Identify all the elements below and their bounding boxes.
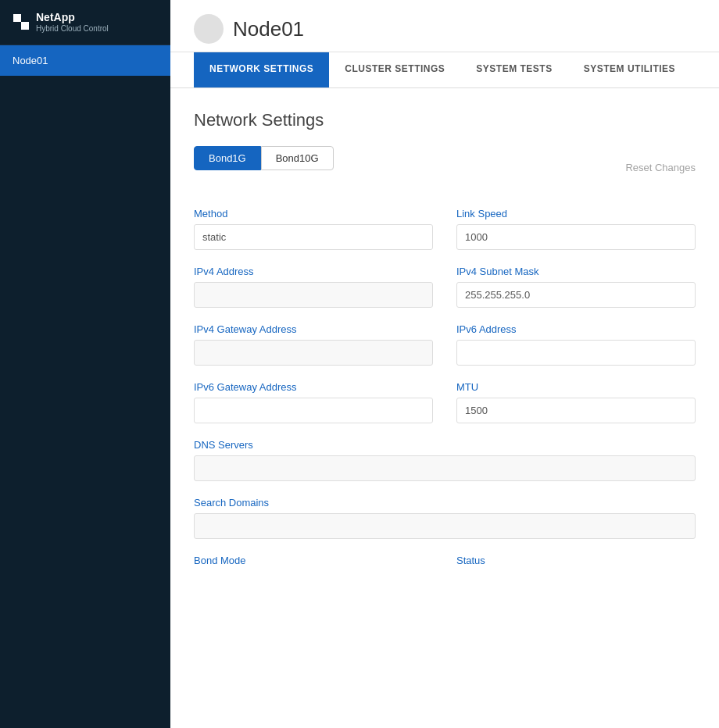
logo-subtitle: Hybrid Cloud Control bbox=[36, 24, 109, 34]
method-label: Method bbox=[194, 208, 433, 219]
mtu-label: MTU bbox=[456, 381, 696, 393]
search-domains-input[interactable] bbox=[194, 513, 696, 539]
status-label: Status bbox=[456, 555, 696, 566]
ipv4-gateway-label: IPv4 Gateway Address bbox=[194, 323, 433, 335]
sidebar-item-node01[interactable]: Node01 bbox=[0, 45, 170, 76]
logo-text: NetApp Hybrid Cloud Control bbox=[36, 11, 109, 34]
ipv6-gateway-input[interactable] bbox=[194, 398, 433, 423]
tab-bar: NETWORK SETTINGS CLUSTER SETTINGS SYSTEM… bbox=[170, 52, 719, 88]
reset-changes-link[interactable]: Reset Changes bbox=[625, 162, 696, 173]
page-title: Node01 bbox=[233, 17, 304, 41]
ipv6-address-label: IPv6 Address bbox=[456, 323, 696, 335]
bond-mode-label: Bond Mode bbox=[194, 555, 433, 566]
bond-tab-bond1g[interactable]: Bond1G bbox=[194, 146, 261, 170]
field-link-speed: Link Speed bbox=[456, 208, 696, 250]
section-title: Network Settings bbox=[194, 110, 696, 130]
sidebar-logo: NetApp Hybrid Cloud Control bbox=[0, 0, 170, 45]
logo-name: NetApp bbox=[36, 11, 109, 24]
mtu-input[interactable] bbox=[456, 398, 696, 423]
bond-tabs-row: Bond1G Bond10G Reset Changes bbox=[194, 146, 696, 189]
node-avatar bbox=[194, 14, 224, 44]
tab-system-tests[interactable]: SYSTEM TESTS bbox=[460, 52, 567, 87]
svg-rect-0 bbox=[13, 14, 21, 22]
ipv6-address-input[interactable] bbox=[456, 340, 696, 366]
netapp-logo-icon bbox=[13, 13, 30, 30]
field-mtu: MTU bbox=[456, 381, 696, 423]
dns-servers-input[interactable] bbox=[194, 455, 696, 481]
page-header: Node01 bbox=[170, 0, 719, 52]
dns-servers-label: DNS Servers bbox=[194, 439, 696, 451]
ipv4-subnet-input[interactable] bbox=[456, 282, 696, 308]
ipv6-gateway-label: IPv6 Gateway Address bbox=[194, 381, 433, 393]
sidebar: NetApp Hybrid Cloud Control Node01 bbox=[0, 0, 170, 728]
main-content: Node01 NETWORK SETTINGS CLUSTER SETTINGS… bbox=[170, 0, 719, 728]
bond-tab-bond10g[interactable]: Bond10G bbox=[261, 146, 334, 170]
svg-rect-1 bbox=[21, 22, 29, 30]
tab-network-settings[interactable]: NETWORK SETTINGS bbox=[194, 52, 329, 87]
field-dns-servers: DNS Servers bbox=[194, 439, 696, 481]
link-speed-input[interactable] bbox=[456, 224, 696, 250]
network-form: Method Link Speed IPv4 Address IPv4 Subn… bbox=[194, 208, 696, 566]
ipv4-address-input[interactable] bbox=[194, 282, 433, 308]
search-domains-label: Search Domains bbox=[194, 497, 696, 509]
ipv4-gateway-input[interactable] bbox=[194, 340, 433, 366]
field-search-domains: Search Domains bbox=[194, 497, 696, 539]
field-ipv4-address: IPv4 Address bbox=[194, 266, 433, 308]
field-ipv6-address: IPv6 Address bbox=[456, 323, 696, 366]
ipv4-address-label: IPv4 Address bbox=[194, 266, 433, 277]
field-method: Method bbox=[194, 208, 433, 250]
tab-cluster-settings[interactable]: CLUSTER SETTINGS bbox=[329, 52, 460, 87]
field-ipv4-subnet: IPv4 Subnet Mask bbox=[456, 266, 696, 308]
content-area: Network Settings Bond1G Bond10G Reset Ch… bbox=[170, 88, 719, 588]
ipv4-subnet-label: IPv4 Subnet Mask bbox=[456, 266, 696, 277]
tab-system-utilities[interactable]: SYSTEM UTILITIES bbox=[568, 52, 691, 87]
field-ipv4-gateway: IPv4 Gateway Address bbox=[194, 323, 433, 366]
bond-tab-group: Bond1G Bond10G bbox=[194, 146, 334, 170]
field-status: Status bbox=[456, 555, 696, 566]
link-speed-label: Link Speed bbox=[456, 208, 696, 219]
field-ipv6-gateway: IPv6 Gateway Address bbox=[194, 381, 433, 423]
method-input[interactable] bbox=[194, 224, 433, 250]
field-bond-mode: Bond Mode bbox=[194, 555, 433, 566]
